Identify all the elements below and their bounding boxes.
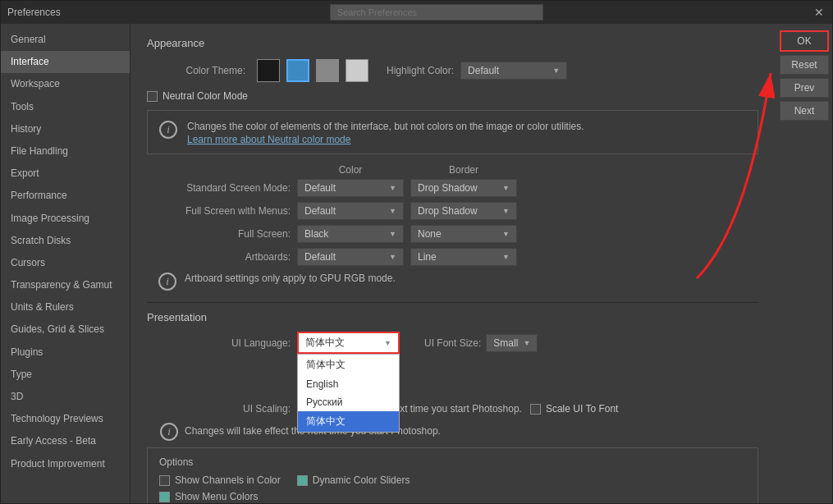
artboards-color-dropdown[interactable]: Default ▼: [297, 248, 404, 266]
lang-option-simplified-chinese-1[interactable]: 简体中文: [298, 355, 399, 375]
scaling-info-row: i Changes will take effect the next time…: [147, 421, 758, 441]
chevron-down-icon: ▼: [389, 230, 396, 238]
titlebar: Preferences ✕: [1, 1, 832, 24]
fullscreen-border-dropdown[interactable]: None ▼: [410, 225, 517, 243]
sidebar-item-units-rulers[interactable]: Units & Rulers: [1, 296, 130, 318]
fullscreen-menus-color-value: Default: [304, 205, 336, 217]
dynamic-sliders-label: Dynamic Color Sliders: [313, 474, 410, 486]
fullscreen-border-value: None: [418, 228, 442, 240]
close-button[interactable]: ✕: [812, 6, 826, 19]
presentation-title: Presentation: [147, 311, 758, 323]
ui-language-label: UI Language:: [147, 337, 291, 349]
theme-swatch-light[interactable]: [346, 59, 368, 82]
sidebar: General Interface Workspace Tools Histor…: [1, 24, 130, 503]
chevron-down-icon: ▼: [523, 339, 530, 347]
appearance-title: Appearance: [147, 37, 758, 49]
fullscreen-menus-border-dropdown[interactable]: Drop Shadow ▼: [410, 202, 517, 220]
sidebar-item-early-access[interactable]: Early Access - Beta: [1, 430, 130, 452]
fullscreen-row: Full Screen: Black ▼ None ▼: [147, 225, 758, 243]
artboard-info-box: i Artboard settings only apply to GPU RG…: [147, 271, 758, 291]
options-row-1: Show Channels in Color Dynamic Color Sli…: [159, 474, 746, 486]
language-selector[interactable]: 简体中文 ▼ 简体中文 English Русский 简体中文: [297, 332, 400, 354]
dynamic-sliders-option: Dynamic Color Sliders: [297, 474, 410, 486]
lang-option-russian[interactable]: Русский: [298, 393, 399, 411]
theme-swatch-blue[interactable]: [286, 59, 309, 82]
standard-color-value: Default: [304, 182, 336, 194]
theme-swatch-medium[interactable]: [316, 59, 339, 82]
window-title: Preferences: [7, 7, 61, 18]
options-row-2: Show Menu Colors: [159, 491, 746, 502]
prev-button[interactable]: Prev: [780, 78, 829, 98]
standard-screen-label: Standard Screen Mode:: [147, 182, 291, 194]
info-box: i Changes the color of elements of the i…: [147, 110, 758, 154]
options-section: Options Show Channels in Color Dynamic C…: [147, 447, 758, 503]
content-area: Appearance Color Theme: Highlight Color:…: [130, 24, 775, 503]
sidebar-item-file-handling[interactable]: File Handling: [1, 140, 130, 163]
neutral-color-row: Neutral Color Mode: [147, 90, 758, 102]
sidebar-item-general[interactable]: General: [1, 29, 130, 51]
language-current-value: 简体中文: [305, 336, 345, 350]
artboards-label: Artboards:: [147, 251, 291, 263]
col-header-border: Border: [410, 164, 517, 176]
theme-swatch-dark[interactable]: [257, 59, 280, 82]
info-link[interactable]: Learn more about Neutral color mode: [187, 134, 584, 145]
lang-option-english[interactable]: English: [298, 375, 399, 393]
action-buttons: OK Reset Prev Next: [775, 24, 832, 503]
fullscreen-menus-row: Full Screen with Menus: Default ▼ Drop S…: [147, 202, 758, 220]
chevron-down-icon: ▼: [384, 339, 391, 347]
reset-button[interactable]: Reset: [780, 55, 829, 75]
sidebar-item-plugins[interactable]: Plugins: [1, 341, 130, 364]
info-icon: i: [159, 121, 177, 139]
show-menu-checkbox[interactable]: [159, 492, 170, 502]
artboards-border-value: Line: [418, 251, 437, 263]
ui-font-size-dropdown[interactable]: Small ▼: [486, 334, 538, 352]
search-input[interactable]: [330, 4, 543, 21]
scale-to-font-label: Scale UI To Font: [546, 403, 619, 415]
dynamic-sliders-checkbox[interactable]: [297, 475, 308, 486]
chevron-down-icon: ▼: [502, 230, 510, 238]
sidebar-item-history[interactable]: History: [1, 118, 130, 140]
artboards-border-dropdown[interactable]: Line ▼: [410, 248, 517, 266]
sidebar-item-type[interactable]: Type: [1, 364, 130, 386]
highlight-color-dropdown[interactable]: Default ▼: [460, 62, 567, 80]
show-channels-option: Show Channels in Color: [159, 474, 281, 486]
ok-button[interactable]: OK: [780, 30, 829, 52]
next-button[interactable]: Next: [780, 101, 829, 121]
sidebar-item-scratch-disks[interactable]: Scratch Disks: [1, 230, 130, 252]
chevron-down-icon: ▼: [389, 253, 396, 261]
lang-option-simplified-chinese-2[interactable]: 简体中文: [298, 411, 399, 432]
sidebar-item-transparency-gamut[interactable]: Transparency & Gamut: [1, 274, 130, 296]
sidebar-item-export[interactable]: Export: [1, 163, 130, 185]
fullscreen-menus-border-value: Drop Shadow: [418, 205, 478, 217]
fullscreen-color-dropdown[interactable]: Black ▼: [297, 225, 404, 243]
sidebar-item-cursors[interactable]: Cursors: [1, 252, 130, 274]
standard-border-dropdown[interactable]: Drop Shadow ▼: [410, 179, 517, 197]
ui-language-row: UI Language: 简体中文 ▼ 简体中文 English Русский…: [147, 332, 758, 354]
sidebar-item-tools[interactable]: Tools: [1, 96, 130, 118]
sidebar-item-image-processing[interactable]: Image Processing: [1, 208, 130, 230]
fullscreen-menus-label: Full Screen with Menus:: [147, 205, 291, 217]
chevron-down-icon: ▼: [502, 207, 510, 215]
sidebar-item-guides-grid-slices[interactable]: Guides, Grid & Slices: [1, 318, 130, 341]
sidebar-item-workspace[interactable]: Workspace: [1, 73, 130, 95]
show-channels-label: Show Channels in Color: [175, 474, 281, 486]
sidebar-item-interface[interactable]: Interface: [1, 51, 130, 73]
chevron-down-icon: ▼: [502, 253, 510, 261]
standard-border-value: Drop Shadow: [418, 182, 478, 194]
scaling-info-icon: i: [160, 423, 178, 441]
scale-ui-to-font-option: Scale UI To Font: [530, 403, 619, 415]
fullscreen-menus-color-dropdown[interactable]: Default ▼: [297, 202, 404, 220]
sidebar-item-product-improvement[interactable]: Product Improvement: [1, 453, 130, 475]
sidebar-item-3d[interactable]: 3D: [1, 386, 130, 408]
section-divider: [147, 302, 758, 303]
neutral-color-checkbox[interactable]: [147, 91, 158, 102]
standard-color-dropdown[interactable]: Default ▼: [297, 179, 404, 197]
language-input[interactable]: 简体中文 ▼: [297, 332, 400, 354]
sidebar-item-performance[interactable]: Performance: [1, 185, 130, 207]
preferences-window: Preferences ✕ General Interface Workspac…: [0, 0, 833, 504]
chevron-down-icon: ▼: [552, 66, 560, 75]
chevron-down-icon: ▼: [502, 184, 510, 192]
show-channels-checkbox[interactable]: [159, 475, 170, 486]
scale-to-font-checkbox[interactable]: [530, 404, 541, 415]
sidebar-item-tech-previews[interactable]: Technology Previews: [1, 408, 130, 430]
